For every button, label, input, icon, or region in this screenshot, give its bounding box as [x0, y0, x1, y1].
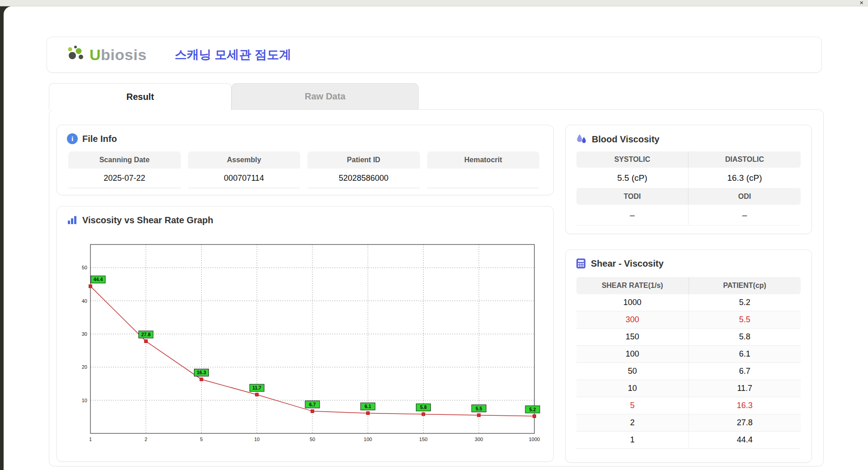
ubiosis-logo: Ubiosis [66, 45, 146, 65]
patient-cell: 5.5 [689, 311, 801, 328]
field-hematocrit: Hematocrit [427, 151, 540, 188]
file-info-section: i File Info Scanning Date 2025-07-22 Ass… [57, 125, 554, 195]
svg-text:6.7: 6.7 [309, 402, 316, 407]
table-row: 2 27.8 [576, 414, 801, 432]
graph-title: Viscosity vs Shear Rate Graph [82, 215, 213, 226]
logo-text-u: U [90, 46, 101, 63]
shear-rate-cell: 10 [576, 380, 689, 397]
shear-rate-cell: 300 [576, 311, 689, 328]
tab-raw-data[interactable]: Raw Data [231, 83, 419, 109]
bar-chart-icon [67, 215, 78, 226]
blood-drop-icon [576, 133, 587, 145]
field-value: 000707114 [188, 169, 301, 188]
field-scanning-date: Scanning Date 2025-07-22 [68, 151, 181, 188]
svg-text:11.7: 11.7 [252, 385, 261, 390]
svg-text:1000: 1000 [529, 437, 540, 442]
result-panel: i File Info Scanning Date 2025-07-22 Ass… [49, 109, 824, 466]
field-label: Scanning Date [68, 151, 181, 169]
patient-cell: 44.4 [689, 432, 801, 448]
patient-cell: 6.7 [689, 363, 801, 380]
todi-label: TODI [576, 188, 689, 205]
diastolic-label: DIASTOLIC [689, 151, 801, 168]
systolic-value: 5.5 (cP) [576, 168, 689, 188]
svg-text:50: 50 [310, 437, 315, 442]
svg-text:30: 30 [82, 331, 87, 337]
todi-value: – [576, 205, 689, 226]
odi-label: ODI [689, 188, 801, 205]
viscosity-shear-chart: 10203040501251050100150300100044.427.816… [70, 239, 542, 447]
svg-text:44.4: 44.4 [94, 277, 103, 282]
patient-cell: 16.3 [689, 397, 801, 414]
table-header-row: SHEAR RATE(1/s) PATIENT(cp) [576, 277, 801, 294]
shear-rate-cell: 5 [576, 397, 689, 414]
tab-result[interactable]: Result [49, 83, 231, 110]
svg-text:16.3: 16.3 [197, 370, 206, 375]
logo-dots-icon [66, 45, 87, 65]
patient-cell: 5.8 [689, 329, 801, 345]
patient-cell: 11.7 [689, 380, 801, 397]
systolic-label: SYSTOLIC [576, 151, 689, 168]
field-label: Patient ID [307, 151, 420, 169]
column-header-patient: PATIENT(cp) [689, 277, 801, 294]
shear-rate-cell: 1000 [576, 294, 689, 311]
shear-rate-cell: 150 [576, 329, 689, 345]
field-label: Assembly [188, 151, 301, 169]
shear-viscosity-section: Shear - Viscosity SHEAR RATE(1/s) PATIEN… [565, 249, 812, 463]
svg-text:10: 10 [254, 437, 259, 442]
patient-cell: 6.1 [689, 346, 801, 362]
file-info-title: File Info [82, 134, 117, 144]
field-value: 52028586000 [307, 169, 420, 188]
info-icon: i [67, 133, 78, 144]
logo-text: Ubiosis [90, 46, 146, 64]
svg-text:5.2: 5.2 [529, 407, 536, 412]
close-icon[interactable]: × [859, 0, 863, 6]
field-patient-id: Patient ID 52028586000 [307, 151, 420, 188]
logo-text-rest: biosis [101, 46, 146, 63]
svg-text:20: 20 [82, 364, 87, 370]
blood-viscosity-title: Blood Viscosity [592, 134, 660, 145]
svg-text:50: 50 [82, 265, 87, 270]
svg-text:1: 1 [89, 437, 92, 442]
svg-text:5: 5 [200, 437, 203, 442]
file-info-fields: Scanning Date 2025-07-22 Assembly 000707… [68, 151, 539, 188]
table-row: 300 5.5 [576, 311, 801, 329]
table-row: 1000 5.2 [576, 294, 801, 311]
blood-viscosity-grid: SYSTOLIC DIASTOLIC 5.5 (cP) 16.3 (cP) TO… [576, 151, 801, 226]
svg-text:27.8: 27.8 [142, 332, 151, 337]
field-assembly: Assembly 000707114 [188, 151, 301, 188]
viscosity-graph-section: Viscosity vs Shear Rate Graph 1020304050… [57, 206, 554, 462]
svg-text:5.8: 5.8 [420, 404, 427, 410]
field-value [427, 169, 540, 188]
shear-rate-cell: 50 [576, 363, 689, 380]
table-row: 100 6.1 [576, 346, 801, 363]
svg-text:100: 100 [364, 437, 372, 442]
odi-value: – [689, 205, 801, 226]
page-title: 스캐닝 모세관 점도계 [175, 47, 291, 63]
svg-text:5.5: 5.5 [476, 406, 482, 411]
shear-rate-cell: 100 [576, 346, 689, 362]
system-titlebar: × [0, 0, 868, 6]
patient-cell: 27.8 [689, 414, 801, 431]
table-row: 1 44.4 [576, 432, 801, 449]
svg-text:6.1: 6.1 [364, 404, 371, 409]
calculator-icon [576, 258, 586, 269]
shear-rate-cell: 2 [576, 414, 689, 431]
table-row: 5 16.3 [576, 397, 801, 414]
field-value: 2025-07-22 [68, 169, 181, 188]
svg-text:150: 150 [419, 437, 427, 442]
field-label: Hematocrit [427, 151, 540, 169]
blood-viscosity-section: Blood Viscosity SYSTOLIC DIASTOLIC 5.5 (… [565, 125, 812, 234]
app-header: Ubiosis 스캐닝 모세관 점도계 [47, 37, 822, 73]
svg-text:40: 40 [82, 298, 87, 304]
shear-viscosity-title: Shear - Viscosity [591, 258, 664, 269]
diastolic-value: 16.3 (cP) [689, 168, 801, 188]
table-row: 50 6.7 [576, 363, 801, 380]
app-window: Ubiosis 스캐닝 모세관 점도계 Result Raw Data i Fi… [4, 6, 868, 470]
table-row: 150 5.8 [576, 329, 801, 346]
shear-viscosity-table: SHEAR RATE(1/s) PATIENT(cp) 1000 5.2 300… [576, 277, 801, 449]
shear-rate-cell: 1 [576, 432, 689, 448]
column-header-shear-rate: SHEAR RATE(1/s) [576, 277, 689, 294]
svg-text:10: 10 [82, 398, 87, 403]
patient-cell: 5.2 [689, 294, 801, 311]
svg-text:300: 300 [475, 437, 483, 442]
